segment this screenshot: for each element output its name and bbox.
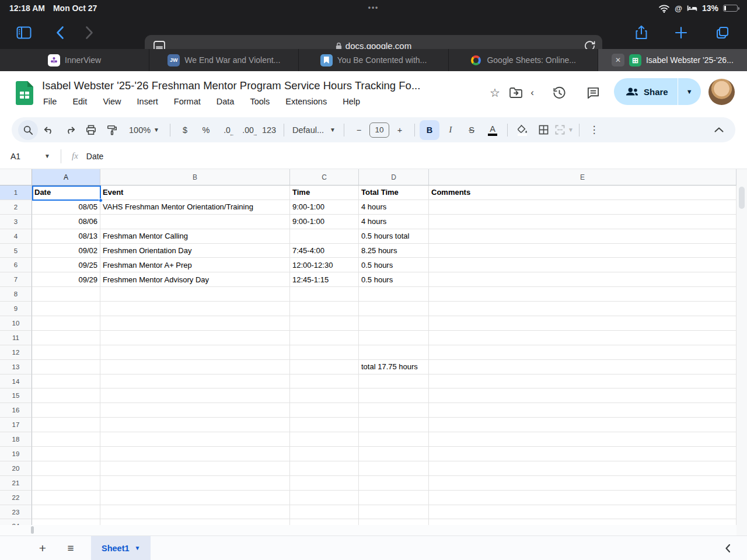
formula-input[interactable]: Date bbox=[86, 152, 104, 161]
row-header-6[interactable]: 6 bbox=[0, 258, 32, 272]
cell-D5[interactable]: 8.25 hours bbox=[359, 244, 429, 258]
cell-D15[interactable] bbox=[359, 388, 429, 403]
all-sheets-icon[interactable]: ≡ bbox=[63, 542, 78, 555]
cell-D8[interactable] bbox=[359, 287, 429, 302]
row-header-1[interactable]: 1 bbox=[0, 186, 32, 200]
menu-view[interactable]: View bbox=[103, 97, 121, 106]
cell-B2[interactable]: VAHS Freshman Mentor Orientation/Trainin… bbox=[100, 200, 290, 215]
cell-D23[interactable] bbox=[359, 505, 429, 520]
cell-C17[interactable] bbox=[290, 418, 359, 432]
fill-handle[interactable] bbox=[99, 198, 103, 202]
row-header-13[interactable]: 13 bbox=[0, 360, 32, 374]
cell-B15[interactable] bbox=[100, 388, 290, 403]
cell-D4[interactable]: 0.5 hours total bbox=[359, 229, 429, 244]
cell-D18[interactable] bbox=[359, 432, 429, 447]
comment-icon[interactable] bbox=[584, 83, 602, 102]
row-header-18[interactable]: 18 bbox=[0, 432, 32, 447]
cell-B13[interactable] bbox=[100, 360, 290, 374]
cell-D11[interactable] bbox=[359, 331, 429, 345]
cell-E2[interactable] bbox=[429, 200, 736, 215]
cell-C5[interactable]: 7:45-4:00 bbox=[290, 244, 359, 258]
cell-B1[interactable]: Event bbox=[100, 186, 290, 200]
share-icon[interactable] bbox=[635, 25, 648, 40]
row-header-8[interactable]: 8 bbox=[0, 287, 32, 302]
print-icon[interactable] bbox=[81, 120, 101, 140]
row-header-12[interactable]: 12 bbox=[0, 345, 32, 360]
cell-E4[interactable] bbox=[429, 229, 736, 244]
grid-corner[interactable] bbox=[0, 169, 32, 186]
cell-D9[interactable] bbox=[359, 302, 429, 316]
undo-icon[interactable] bbox=[39, 120, 59, 140]
cell-B14[interactable] bbox=[100, 374, 290, 389]
collapse-toolbar-icon[interactable] bbox=[709, 120, 729, 140]
cell-C10[interactable] bbox=[290, 316, 359, 331]
row-header-2[interactable]: 2 bbox=[0, 200, 32, 215]
cell-E22[interactable] bbox=[429, 491, 736, 505]
row-header-22[interactable]: 22 bbox=[0, 491, 32, 505]
menu-file[interactable]: File bbox=[43, 97, 57, 106]
cell-A23[interactable] bbox=[32, 505, 100, 520]
row-header-19[interactable]: 19 bbox=[0, 447, 32, 461]
cell-A3[interactable]: 08/06 bbox=[32, 215, 100, 229]
vertical-scrollbar[interactable] bbox=[739, 187, 745, 209]
zoom-select[interactable]: 100%▼ bbox=[123, 120, 165, 140]
column-header-A[interactable]: A bbox=[32, 169, 100, 186]
cell-C6[interactable]: 12:00-12:30 bbox=[290, 258, 359, 272]
decrease-font-size-button[interactable]: − bbox=[349, 120, 369, 140]
cell-A10[interactable] bbox=[32, 316, 100, 331]
cell-A11[interactable] bbox=[32, 331, 100, 345]
row-header-5[interactable]: 5 bbox=[0, 244, 32, 258]
cell-E19[interactable] bbox=[429, 447, 736, 461]
add-sheet-button[interactable]: + bbox=[35, 541, 50, 555]
cell-E14[interactable] bbox=[429, 374, 736, 389]
cell-E21[interactable] bbox=[429, 476, 736, 491]
cell-B7[interactable]: Freshmen Mentor Advisory Day bbox=[100, 272, 290, 287]
cell-E11[interactable] bbox=[429, 331, 736, 345]
browser-tab[interactable]: Google Sheets: Online... bbox=[448, 49, 598, 71]
menu-format[interactable]: Format bbox=[174, 97, 201, 106]
column-header-E[interactable]: E bbox=[429, 169, 736, 186]
cell-A22[interactable] bbox=[32, 491, 100, 505]
cell-E18[interactable] bbox=[429, 432, 736, 447]
cell-C12[interactable] bbox=[290, 345, 359, 360]
avatar[interactable] bbox=[708, 79, 735, 105]
cell-E7[interactable] bbox=[429, 272, 736, 287]
cell-E1[interactable]: Comments bbox=[429, 186, 736, 200]
cell-C1[interactable]: Time bbox=[290, 186, 359, 200]
cell-E10[interactable] bbox=[429, 316, 736, 331]
menu-data[interactable]: Data bbox=[217, 97, 235, 106]
cell-A21[interactable] bbox=[32, 476, 100, 491]
row-header-9[interactable]: 9 bbox=[0, 302, 32, 316]
row-header-23[interactable]: 23 bbox=[0, 505, 32, 520]
cell-C4[interactable] bbox=[290, 229, 359, 244]
cell-C18[interactable] bbox=[290, 432, 359, 447]
sidebar-icon[interactable] bbox=[16, 26, 32, 39]
row-header-4[interactable]: 4 bbox=[0, 229, 32, 244]
cell-D12[interactable] bbox=[359, 345, 429, 360]
row-header-15[interactable]: 15 bbox=[0, 388, 32, 403]
merge-cells-icon[interactable]: ▼ bbox=[554, 120, 574, 140]
cell-B10[interactable] bbox=[100, 316, 290, 331]
name-box[interactable]: A1▼ bbox=[0, 152, 56, 161]
cell-A8[interactable] bbox=[32, 287, 100, 302]
cell-C22[interactable] bbox=[290, 491, 359, 505]
fill-color-icon[interactable] bbox=[512, 120, 532, 140]
cell-D6[interactable]: 0.5 hours bbox=[359, 258, 429, 272]
cell-C14[interactable] bbox=[290, 374, 359, 389]
cell-A1[interactable]: Date bbox=[32, 186, 100, 200]
cell-C11[interactable] bbox=[290, 331, 359, 345]
row-header-14[interactable]: 14 bbox=[0, 374, 32, 389]
cell-B3[interactable] bbox=[100, 215, 290, 229]
cell-E12[interactable] bbox=[429, 345, 736, 360]
percent-format-button[interactable]: % bbox=[196, 120, 216, 140]
row-header-17[interactable]: 17 bbox=[0, 418, 32, 432]
horizontal-scrollbar[interactable] bbox=[31, 526, 34, 534]
italic-button[interactable]: I bbox=[441, 120, 460, 140]
cell-B18[interactable] bbox=[100, 432, 290, 447]
cell-C20[interactable] bbox=[290, 461, 359, 476]
spreadsheet-grid[interactable]: ABCDE 1DateEventTimeTotal TimeComments20… bbox=[0, 169, 747, 536]
cell-B17[interactable] bbox=[100, 418, 290, 432]
cell-C19[interactable] bbox=[290, 447, 359, 461]
browser-tab[interactable]: JWWe End War and Violent... bbox=[149, 49, 298, 71]
cell-E9[interactable] bbox=[429, 302, 736, 316]
